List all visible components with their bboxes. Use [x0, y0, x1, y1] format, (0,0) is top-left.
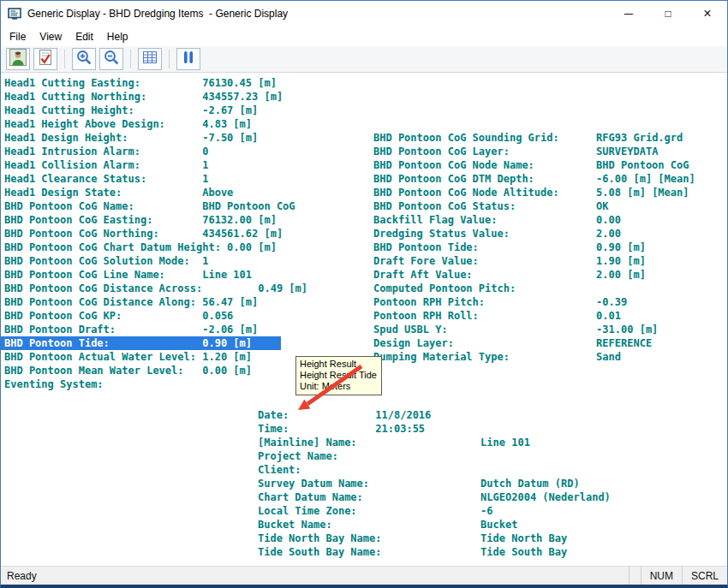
window-title: Generic Display - BHD Dredging Items - G… [27, 8, 288, 20]
data-row-chart-datum-name[interactable]: Chart Datum Name: NLGEO2004 (Nederland) [254, 490, 611, 504]
data-row-bhd-pontoon-cog-northing[interactable]: BHD Pontoon CoG Northing: 434561.62 [m] [1, 227, 307, 241]
data-row-head1-design-state[interactable]: Head1 Design State: Above [1, 186, 307, 199]
data-row-draft-fore-value[interactable]: Draft Fore Value: 1.90 [m] [370, 254, 695, 268]
data-row-local-time-zone[interactable]: Local Time Zone: -6 [254, 504, 611, 518]
row-label: BHD Pontoon CoG Name: [4, 200, 134, 212]
data-row-date[interactable]: Date: 11/8/2016 [254, 408, 611, 422]
data-row-bhd-pontoon-draft[interactable]: BHD Pontoon Draft: -2.06 [m] [1, 323, 307, 336]
data-row-pontoon-rph-pitch[interactable]: Pontoon RPH Pitch: -0.39 [370, 295, 695, 309]
row-spacing [357, 505, 481, 517]
scroll-lock-indicator: SCRL [682, 567, 727, 585]
row-spacing [473, 269, 597, 281]
row-label: BHD Pontoon CoG Chart Datum Height: [4, 241, 221, 253]
data-row-head1-design-height[interactable]: Head1 Design Height: -7.50 [m] [1, 131, 307, 145]
data-row-bucket-name[interactable]: Bucket Name: Bucket [254, 518, 611, 532]
data-row-eventing-system[interactable]: Eventing System: [1, 377, 307, 391]
data-row-bhd-pontoon-cog-dtm-depth[interactable]: BHD Pontoon CoG DTM Depth: -6.00 [m] [Me… [370, 172, 695, 186]
data-row-backfill-flag-value[interactable]: Backfill Flag Value: 0.00 [370, 213, 695, 227]
data-row-bhd-pontoon-cog-distance-across[interactable]: BHD Pontoon CoG Distance Across: 0.49 [m… [1, 282, 307, 295]
row-label: BHD Pontoon CoG Line Name: [4, 269, 165, 281]
row-value: BHD Pontoon CoG [596, 159, 689, 171]
menu-view[interactable]: View [33, 28, 69, 45]
row-value: 4.83 [m] [202, 118, 252, 130]
row-label: BHD Pontoon CoG Sounding Grid: [373, 132, 559, 144]
data-row-bhd-pontoon-cog-distance-along[interactable]: BHD Pontoon CoG Distance Along: 56.47 [m… [1, 295, 307, 309]
data-row-bhd-pontoon-tide[interactable]: BHD Pontoon Tide: 0.90 [m] [370, 241, 695, 254]
row-value: Line 101 [202, 269, 252, 281]
pause-columns-button[interactable] [176, 48, 200, 70]
data-row-bhd-pontoon-cog-kp[interactable]: BHD Pontoon CoG KP: 0.056 [1, 309, 307, 323]
data-row-time[interactable]: Time: 21:03:55 [254, 422, 611, 436]
data-row-bhd-pontoon-cog-node-altitude[interactable]: BHD Pontoon CoG Node Altitude: 5.08 [m] … [370, 186, 695, 199]
data-row-tide-south-bay-name[interactable]: Tide South Bay Name: Tide South Bay [254, 545, 611, 559]
window-controls: ─ □ × [609, 1, 727, 27]
data-row-head1-cutting-northing[interactable]: Head1 Cutting Northing: 434557.23 [m] [1, 90, 307, 104]
row-spacing [128, 132, 203, 144]
data-row-bhd-pontoon-mean-water-level[interactable]: BHD Pontoon Mean Water Level: 0.00 [m] [1, 364, 307, 377]
row-spacing [190, 255, 202, 267]
data-row-design-layer[interactable]: Design Layer: REFERENCE [370, 336, 695, 350]
data-row-head1-cutting-height[interactable]: Head1 Cutting Height: -2.67 [m] [1, 104, 307, 117]
right-data-panel: BHD Pontoon CoG Sounding Grid: RFG93 Gri… [370, 131, 695, 364]
data-row-bhd-pontoon-cog-sounding-grid[interactable]: BHD Pontoon CoG Sounding Grid: RFG93 Gri… [370, 131, 695, 145]
data-row-bhd-pontoon-cog-status[interactable]: BHD Pontoon CoG Status: OK [370, 199, 695, 213]
row-value: 0.01 [596, 310, 621, 322]
row-value: 0.056 [202, 310, 233, 322]
menu-help[interactable]: Help [100, 28, 135, 45]
zoom-in-button[interactable] [72, 48, 96, 70]
operator-photo-button[interactable] [6, 48, 30, 70]
statusbar-right: NUM SCRL [629, 567, 727, 585]
close-button[interactable]: × [688, 1, 727, 27]
row-spacing [485, 296, 596, 308]
row-value: Sand [596, 351, 621, 363]
data-row-bhd-pontoon-cog-easting[interactable]: BHD Pontoon CoG Easting: 76132.00 [m] [1, 213, 307, 227]
data-row-mainline-name[interactable]: [Mainline] Name: Line 101 [254, 436, 611, 449]
zoom-out-icon [103, 49, 120, 69]
data-row-dumping-material-type[interactable]: Dumping Material Type: Sand [370, 350, 695, 364]
data-row-head1-height-above-design[interactable]: Head1 Height Above Design: 4.83 [m] [1, 117, 307, 131]
row-spacing [498, 214, 597, 226]
data-row-spud-usbl-y[interactable]: Spud USBL Y: -31.00 [m] [370, 323, 695, 336]
row-spacing [559, 187, 596, 199]
data-row-bhd-pontoon-cog-layer[interactable]: BHD Pontoon CoG Layer: SURVEYDATA [370, 145, 695, 158]
row-label: Head1 Collision Alarm: [4, 159, 140, 171]
data-row-computed-pontoon-pitch[interactable]: Computed Pontoon Pitch: [370, 282, 695, 295]
row-label: Tide South Bay Name: [258, 546, 382, 558]
data-row-pontoon-rph-roll[interactable]: Pontoon RPH Roll: 0.01 [370, 309, 695, 323]
data-row-draft-aft-value[interactable]: Draft Aft Value: 2.00 [m] [370, 268, 695, 282]
data-row-tide-north-bay-name[interactable]: Tide North Bay Name: Tide North Bay [254, 532, 611, 545]
data-row-dredging-status-value[interactable]: Dredging Status Value: 2.00 [370, 227, 695, 241]
data-row-client[interactable]: Client: [254, 463, 611, 477]
data-row-bhd-pontoon-cog-solution-mode[interactable]: BHD Pontoon CoG Solution Mode: 1 [1, 254, 307, 268]
maximize-button[interactable]: □ [648, 1, 688, 27]
row-spacing [202, 282, 258, 294]
menu-file[interactable]: File [3, 28, 33, 45]
row-label: Head1 Height Above Design: [4, 118, 165, 130]
data-row-head1-clearance-status[interactable]: Head1 Clearance Status: 1 [1, 172, 307, 186]
data-row-head1-intrusion-alarm[interactable]: Head1 Intrusion Alarm: 0 [1, 145, 307, 158]
data-row-bhd-pontoon-cog-chart-datum-height[interactable]: BHD Pontoon CoG Chart Datum Height: 0.00… [1, 241, 307, 254]
row-spacing [332, 519, 480, 531]
minimize-button[interactable]: ─ [609, 1, 648, 27]
data-row-project-name[interactable]: Project Name: [254, 449, 611, 463]
data-row-head1-cutting-easting[interactable]: Head1 Cutting Easting: 76130.45 [m] [1, 76, 307, 90]
zoom-out-button[interactable] [99, 48, 123, 70]
menu-edit[interactable]: Edit [69, 28, 100, 45]
data-row-bhd-pontoon-cog-name[interactable]: BHD Pontoon CoG Name: BHD Pontoon CoG [1, 199, 307, 213]
row-spacing [454, 337, 596, 349]
data-row-bhd-pontoon-cog-line-name[interactable]: BHD Pontoon CoG Line Name: Line 101 [1, 268, 307, 282]
app-icon[interactable] [8, 7, 21, 21]
row-value: 2.00 [596, 228, 621, 240]
row-value: Above [202, 187, 233, 199]
verify-checklist-button[interactable] [33, 48, 57, 70]
row-spacing [363, 491, 480, 503]
data-row-head1-collision-alarm[interactable]: Head1 Collision Alarm: 1 [1, 158, 307, 172]
row-value: -2.06 [m] [202, 324, 258, 336]
data-row-bhd-pontoon-actual-water-level[interactable]: BHD Pontoon Actual Water Level: 1.20 [m] [1, 350, 307, 364]
row-label: BHD Pontoon Actual Water Level: [4, 351, 196, 363]
data-row-bhd-pontoon-cog-node-name[interactable]: BHD Pontoon CoG Node Name: BHD Pontoon C… [370, 158, 695, 172]
grid-view-button[interactable] [138, 48, 162, 70]
data-row-bhd-pontoon-tide[interactable]: BHD Pontoon Tide: 0.90 [m] [1, 336, 281, 350]
data-row-survey-datum-name[interactable]: Survey Datum Name: Dutch Datum (RD) [254, 477, 611, 490]
menubar: File View Edit Help [1, 27, 727, 46]
